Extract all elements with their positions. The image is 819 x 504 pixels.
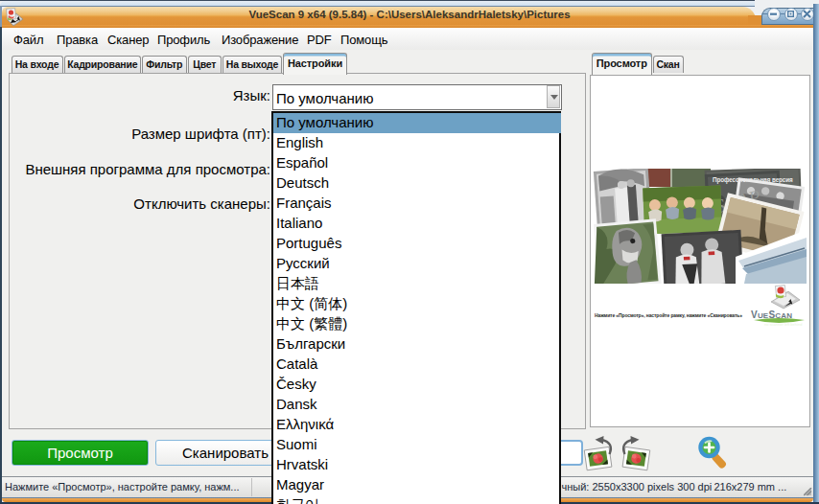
svg-text:Нажмите «Просмотр», настройте: Нажмите «Просмотр», настройте рамку, наж… [595, 312, 742, 318]
svg-text:Профессиональная версия: Профессиональная версия [713, 176, 793, 184]
svg-text:no scanner left behind: no scanner left behind [764, 322, 802, 327]
